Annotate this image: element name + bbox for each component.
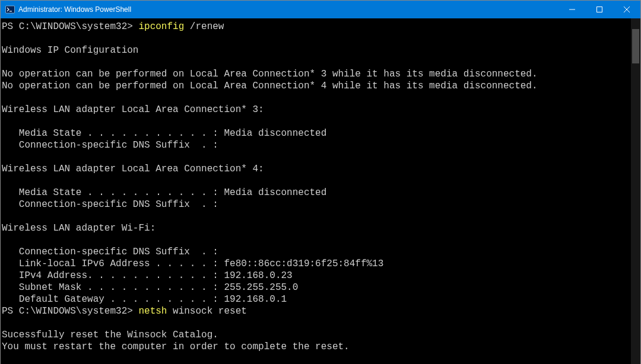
maximize-button[interactable] (586, 1, 613, 18)
window-controls (559, 1, 640, 18)
svg-rect-3 (597, 7, 602, 12)
output-line: Wireless LAN adapter Local Area Connecti… (2, 104, 264, 115)
command-arg: winsock reset (173, 306, 247, 317)
command-text: ipconfig (138, 21, 189, 32)
output-line: No operation can be performed on Local A… (2, 69, 538, 79)
output-line: Link-local IPv6 Address . . . . . : fe80… (2, 258, 383, 269)
prompt-line: PS C:\WINDOWS\system32> (2, 21, 138, 32)
terminal-body: PS C:\WINDOWS\system32> ipconfig /renew … (1, 18, 640, 364)
output-line: Windows IP Configuration (2, 45, 138, 56)
output-line: Wireless LAN adapter Local Area Connecti… (2, 164, 264, 174)
powershell-window: Administrator: Windows PowerShell PS C: (0, 0, 641, 364)
output-line: IPv4 Address. . . . . . . . . . . : 192.… (2, 270, 293, 281)
scrollbar[interactable] (631, 18, 640, 364)
output-line: Connection-specific DNS Suffix . : (2, 199, 218, 210)
window-title: Administrator: Windows PowerShell (18, 5, 559, 14)
minimize-icon (569, 7, 575, 12)
output-line: You must restart the computer in order t… (2, 341, 350, 352)
svg-rect-0 (6, 6, 15, 13)
command-text: netsh (138, 306, 173, 317)
output-line: Media State . . . . . . . . . . . : Medi… (2, 187, 326, 198)
output-line: Subnet Mask . . . . . . . . . . . : 255.… (2, 282, 298, 293)
output-line: Wireless LAN adapter Wi-Fi: (2, 223, 156, 234)
output-line: Media State . . . . . . . . . . . : Medi… (2, 128, 326, 139)
powershell-icon (5, 5, 15, 14)
terminal-content[interactable]: PS C:\WINDOWS\system32> ipconfig /renew … (1, 18, 631, 364)
close-button[interactable] (613, 1, 640, 18)
titlebar[interactable]: Administrator: Windows PowerShell (1, 1, 640, 18)
output-line: No operation can be performed on Local A… (2, 81, 538, 91)
command-arg: /renew (190, 21, 224, 32)
output-line: Connection-specific DNS Suffix . : (2, 247, 218, 257)
close-icon (624, 7, 630, 12)
scrollbar-thumb[interactable] (632, 29, 639, 63)
prompt-line: PS C:\WINDOWS\system32> (2, 306, 138, 317)
maximize-icon (596, 7, 602, 12)
output-line: Connection-specific DNS Suffix . : (2, 140, 218, 151)
output-line: Sucessfully reset the Winsock Catalog. (2, 330, 218, 340)
output-line: Default Gateway . . . . . . . . . : 192.… (2, 294, 287, 305)
minimize-button[interactable] (559, 1, 586, 18)
